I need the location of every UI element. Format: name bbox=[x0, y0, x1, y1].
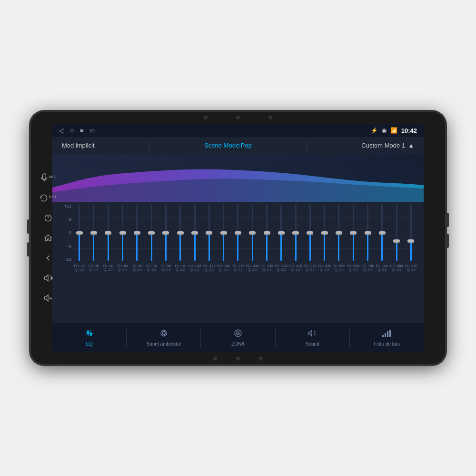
slider-band-200[interactable] bbox=[246, 202, 259, 264]
freq-info-700: FC: 700Q: 2.2 bbox=[361, 264, 375, 271]
freq-info-275: FC: 275Q: 2.2 bbox=[274, 264, 288, 271]
slider-band-860[interactable] bbox=[390, 202, 404, 264]
slider-fill-80 bbox=[165, 233, 167, 261]
slider-band-700[interactable] bbox=[361, 202, 375, 264]
slider-thumb-235[interactable] bbox=[264, 231, 270, 235]
side-btn-1[interactable] bbox=[27, 219, 30, 234]
q-label-235: Q: 2.2 bbox=[262, 268, 271, 271]
slider-band-600[interactable] bbox=[347, 202, 360, 264]
slider-thumb-920[interactable] bbox=[407, 239, 414, 243]
slider-band-30[interactable] bbox=[87, 202, 100, 264]
bluetooth-icon: ⚡ bbox=[371, 127, 378, 134]
slider-thumb-30[interactable] bbox=[90, 231, 97, 235]
slider-band-125[interactable] bbox=[202, 202, 216, 264]
slider-thumb-275[interactable] bbox=[278, 231, 285, 235]
slider-track-95 bbox=[179, 205, 181, 261]
slider-band-920[interactable] bbox=[404, 202, 418, 264]
slider-band-315[interactable] bbox=[288, 202, 302, 264]
slider-band-20[interactable] bbox=[72, 202, 86, 264]
slider-thumb-40[interactable] bbox=[105, 231, 111, 235]
side-btn-r2[interactable] bbox=[446, 234, 449, 248]
tab-zona[interactable]: ZONA bbox=[201, 323, 275, 352]
q-label-700: Q: 2.2 bbox=[363, 268, 372, 271]
slider-band-110[interactable] bbox=[188, 202, 201, 264]
slider-thumb-860[interactable] bbox=[393, 239, 400, 243]
slider-band-500[interactable] bbox=[332, 202, 346, 264]
slider-thumb-95[interactable] bbox=[177, 231, 184, 235]
slider-band-235[interactable] bbox=[260, 202, 274, 264]
freq-info-125: FC: 125Q: 2.2 bbox=[202, 264, 216, 271]
custom-mode[interactable]: Custom Mode 1 ▲ bbox=[361, 142, 414, 149]
slider-band-70[interactable] bbox=[144, 202, 158, 264]
slider-band-275[interactable] bbox=[274, 202, 288, 264]
tab-filtru-label: Filtru de bas bbox=[374, 341, 400, 347]
home-nav-icon[interactable]: ○ bbox=[70, 127, 74, 134]
slider-thumb-600[interactable] bbox=[350, 231, 357, 235]
mod-implicit[interactable]: Mod implicit bbox=[62, 142, 95, 149]
slider-thumb-70[interactable] bbox=[148, 231, 155, 235]
slider-thumb-80[interactable] bbox=[162, 231, 169, 235]
slider-track-20 bbox=[79, 205, 80, 261]
tab-filtru[interactable]: Filtru de bas bbox=[350, 323, 424, 352]
slider-thumb-200[interactable] bbox=[249, 231, 256, 235]
status-bar: ◁ ○ ≡ ▭ ⚡ ◉ 📶 10:42 bbox=[52, 124, 424, 137]
slider-band-435[interactable] bbox=[317, 202, 331, 264]
vol-up-button[interactable]: + bbox=[39, 269, 57, 287]
slider-thumb-110[interactable] bbox=[191, 231, 198, 235]
slider-track-920 bbox=[410, 205, 412, 261]
slider-band-375[interactable] bbox=[303, 202, 317, 264]
slider-thumb-20[interactable] bbox=[76, 231, 83, 235]
slider-thumb-500[interactable] bbox=[336, 231, 342, 235]
slider-thumb-125[interactable] bbox=[206, 231, 212, 235]
slider-band-150[interactable] bbox=[217, 202, 230, 264]
slider-thumb-175[interactable] bbox=[235, 231, 241, 235]
side-btn-r1[interactable] bbox=[446, 213, 449, 227]
menu-nav-icon[interactable]: ≡ bbox=[79, 127, 83, 134]
slider-fill-95 bbox=[179, 233, 181, 261]
slider-band-40[interactable] bbox=[101, 202, 115, 264]
slider-fill-50 bbox=[122, 233, 123, 261]
fc-label-860: FC: 860 bbox=[390, 264, 403, 268]
slider-thumb-315[interactable] bbox=[292, 231, 299, 235]
vol-down-button[interactable]: - bbox=[39, 289, 57, 307]
fc-label-600: FC: 600 bbox=[347, 264, 360, 268]
slider-thumb-375[interactable] bbox=[307, 231, 313, 235]
recent-nav-icon[interactable]: ▭ bbox=[89, 127, 96, 134]
slider-thumb-800[interactable] bbox=[379, 231, 386, 235]
fc-label-500: FC: 500 bbox=[333, 264, 346, 268]
fc-label-60: FC: 60 bbox=[132, 264, 143, 268]
tab-sound[interactable]: Sound bbox=[276, 323, 349, 352]
slider-thumb-700[interactable] bbox=[365, 231, 371, 235]
scene-mode[interactable]: Scene Mode:Pop bbox=[204, 142, 252, 149]
slider-thumb-60[interactable] bbox=[134, 231, 140, 235]
side-btn-2[interactable] bbox=[27, 242, 30, 257]
mic-button[interactable]: MIC bbox=[39, 169, 57, 187]
slider-thumb-435[interactable] bbox=[321, 231, 328, 235]
power-button[interactable] bbox=[39, 209, 57, 227]
slider-track-80 bbox=[165, 205, 167, 261]
slider-fill-315 bbox=[295, 233, 297, 261]
fc-label-150: FC: 150 bbox=[217, 264, 230, 268]
tab-sunet[interactable]: Sunet ambiental bbox=[127, 323, 200, 352]
slider-band-80[interactable] bbox=[159, 202, 173, 264]
slider-fill-275 bbox=[280, 233, 282, 261]
q-label-200: Q: 2.2 bbox=[248, 268, 257, 271]
q-label-125: Q: 2.2 bbox=[205, 268, 214, 271]
q-label-110: Q: 2.2 bbox=[190, 268, 199, 271]
bottom-btn-2 bbox=[236, 357, 240, 360]
slider-fill-800 bbox=[381, 233, 383, 261]
tab-eq-label: EQ bbox=[86, 341, 92, 347]
back-nav-icon[interactable]: ◁ bbox=[59, 127, 64, 134]
tab-eq[interactable]: EQ bbox=[52, 323, 126, 352]
slider-band-95[interactable] bbox=[173, 202, 187, 264]
back-button[interactable] bbox=[39, 249, 57, 267]
slider-band-60[interactable] bbox=[130, 202, 144, 264]
slider-thumb-50[interactable] bbox=[119, 231, 126, 235]
slider-band-175[interactable] bbox=[231, 202, 245, 264]
rst-button[interactable]: RST bbox=[39, 189, 57, 207]
home-button[interactable] bbox=[39, 229, 57, 247]
slider-thumb-150[interactable] bbox=[220, 231, 227, 235]
slider-band-50[interactable] bbox=[116, 202, 129, 264]
freq-info-500: FC: 500Q: 2.2 bbox=[332, 264, 346, 271]
slider-band-800[interactable] bbox=[375, 202, 389, 264]
